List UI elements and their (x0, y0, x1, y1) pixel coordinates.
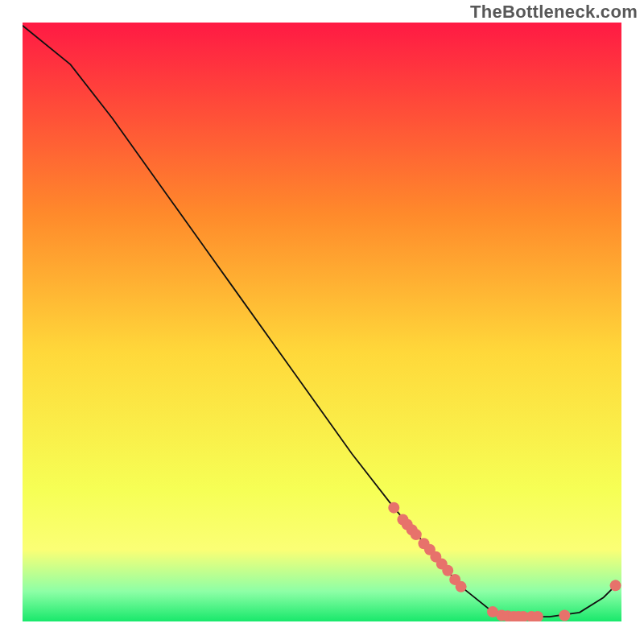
chart-container: TheBottleneck.com (0, 0, 644, 644)
watermark-text: TheBottleneck.com (470, 2, 638, 23)
plot-area (23, 23, 621, 621)
data-marker (388, 502, 399, 514)
data-marker (559, 610, 570, 621)
data-marker (442, 565, 453, 576)
data-marker (610, 580, 621, 591)
data-marker (456, 581, 467, 592)
gradient-background (23, 23, 621, 621)
plot-svg (23, 23, 621, 621)
data-marker (411, 529, 422, 540)
